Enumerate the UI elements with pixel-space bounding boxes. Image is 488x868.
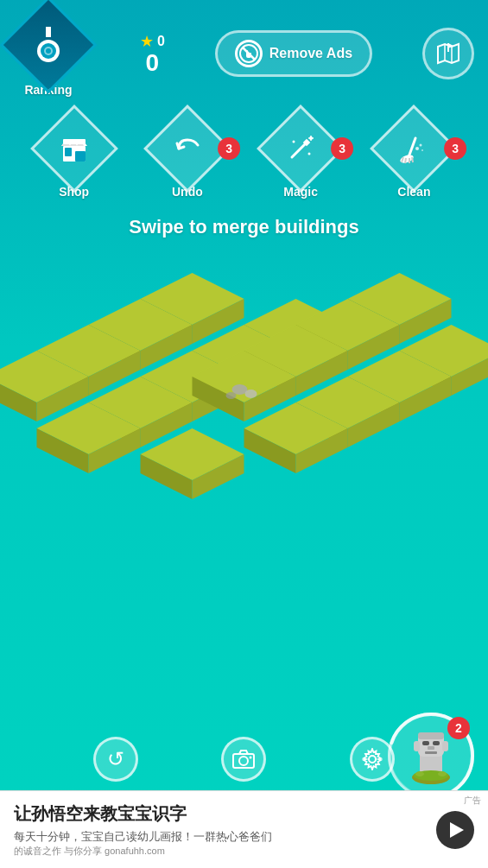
play-triangle-icon — [450, 822, 464, 838]
svg-rect-107 — [425, 751, 437, 754]
top-bar: Ranking ★ 0 0 Remove Ads — [0, 0, 488, 97]
ad-play-button[interactable] — [436, 811, 474, 849]
magic-tool[interactable]: 3 Magic — [269, 117, 332, 199]
no-ads-icon — [235, 40, 263, 67]
svg-point-80 — [245, 390, 257, 398]
shop-icon — [58, 132, 91, 165]
undo-icon — [172, 133, 203, 164]
svg-rect-12 — [75, 151, 86, 162]
restart-button[interactable]: ↺ — [93, 737, 138, 782]
map-button[interactable] — [422, 28, 474, 79]
clean-tool[interactable]: 3 Clean — [383, 117, 445, 199]
map-icon — [434, 40, 462, 67]
ad-subtitle: 每天十分钟，宝宝自己读幼儿画报！一群热心爸爸们 — [14, 829, 474, 845]
ranking-area: Ranking — [14, 10, 83, 97]
undo-diamond: 3 — [143, 105, 231, 193]
svg-rect-0 — [46, 27, 51, 37]
svg-rect-106 — [428, 746, 434, 750]
ad-label: 广告 — [464, 795, 481, 807]
svg-rect-103 — [418, 732, 444, 739]
undo-badge: 3 — [218, 137, 240, 160]
shop-tool[interactable]: Shop — [43, 117, 105, 199]
tools-row: Shop 3 Undo 3 — [0, 104, 488, 199]
svg-point-96 — [250, 757, 252, 759]
svg-rect-108 — [414, 741, 420, 751]
svg-point-4 — [46, 48, 51, 54]
ranking-diamond-inner — [33, 27, 64, 63]
camera-icon — [232, 750, 255, 769]
ad-banner: 广告 让孙悟空来教宝宝识字 每天十分钟，宝宝自己读幼儿画报！一群热心爸爸们 的诚… — [0, 790, 488, 868]
score-area: ★ 0 0 — [140, 32, 165, 75]
star-icon: ★ — [140, 32, 154, 51]
magic-badge: 3 — [331, 137, 353, 160]
undo-tool[interactable]: 3 Undo — [156, 117, 219, 199]
svg-rect-11 — [65, 148, 72, 156]
clean-icon — [398, 133, 429, 164]
next-piece-circle: 2 — [388, 713, 474, 799]
ranking-button[interactable] — [0, 0, 98, 94]
svg-point-28 — [420, 144, 422, 147]
star-row: ★ 0 — [140, 32, 165, 51]
svg-rect-13 — [63, 139, 86, 144]
clean-badge: 3 — [444, 137, 466, 160]
svg-rect-104 — [422, 741, 429, 745]
score-count: 0 — [157, 34, 165, 49]
svg-rect-109 — [442, 741, 448, 751]
shop-diamond — [30, 105, 118, 193]
svg-point-97 — [369, 756, 376, 763]
magic-diamond: 3 — [257, 105, 345, 193]
settings-icon — [361, 748, 383, 770]
svg-point-81 — [226, 392, 237, 399]
svg-point-111 — [415, 771, 424, 776]
next-piece-badge: 2 — [447, 717, 470, 739]
remove-ads-button[interactable]: Remove Ads — [215, 30, 372, 77]
zero-score: 0 — [146, 51, 160, 75]
clean-diamond: 3 — [370, 105, 458, 193]
restart-icon: ↺ — [107, 747, 124, 771]
svg-point-29 — [421, 149, 423, 151]
svg-point-112 — [438, 771, 447, 776]
camera-button[interactable] — [221, 737, 266, 782]
magic-icon — [285, 133, 316, 164]
ad-title: 让孙悟空来教宝宝识字 — [14, 802, 474, 826]
medal-svg-icon — [33, 27, 64, 63]
svg-point-27 — [415, 147, 419, 150]
svg-rect-105 — [433, 741, 440, 745]
svg-line-21 — [409, 138, 415, 157]
svg-point-95 — [239, 757, 248, 765]
svg-point-18 — [293, 141, 295, 143]
swipe-instruction: Swipe to merge buildings — [0, 216, 488, 238]
svg-point-17 — [308, 153, 311, 155]
game-board[interactable]: .tile-top { fill: #b5c832; } .tile-left … — [0, 247, 488, 627]
isometric-grid-svg: .tile-top { fill: #b5c832; } .tile-left … — [0, 247, 488, 627]
iso-tiles — [0, 273, 488, 499]
ad-url: 的诚音之作 与你分享 gonafuhh.com — [14, 845, 474, 858]
next-piece-area[interactable]: 2 — [388, 713, 474, 799]
svg-line-14 — [292, 143, 306, 157]
remove-ads-label: Remove Ads — [269, 46, 352, 61]
